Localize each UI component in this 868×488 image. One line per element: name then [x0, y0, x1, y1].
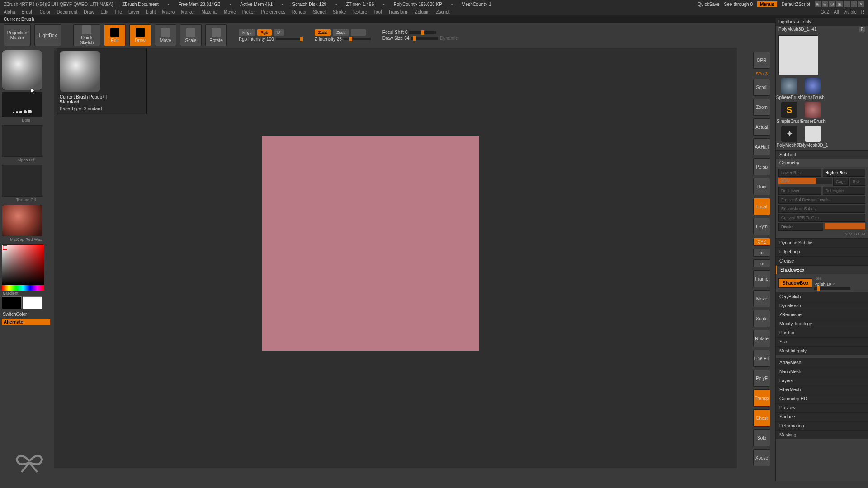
polyf-button[interactable]: PolyF: [753, 370, 770, 387]
scale-button[interactable]: Scale: [180, 24, 202, 46]
lightbox-header[interactable]: Lightbox > Tools: [776, 18, 868, 26]
res-label[interactable]: Res: [814, 276, 865, 281]
surface-section[interactable]: Surface: [776, 412, 868, 421]
menu-macro[interactable]: Macro: [162, 9, 175, 14]
xyz-button[interactable]: XYZ: [753, 238, 770, 246]
draw-size-label[interactable]: Draw Size 64: [382, 36, 409, 41]
suv-toggle[interactable]: Suv: [844, 232, 852, 236]
rgb-toggle[interactable]: Rgb: [257, 29, 272, 36]
spix-label[interactable]: SPix 3: [756, 71, 768, 76]
frame-button[interactable]: Frame: [753, 270, 770, 287]
gradient-label[interactable]: Gradient: [2, 290, 19, 296]
canvas[interactable]: [54, 48, 737, 468]
menu-zscript[interactable]: Zscript: [436, 9, 449, 14]
r-badge[interactable]: R: [859, 27, 865, 32]
arraymesh-section[interactable]: ArrayMesh: [776, 358, 868, 367]
modify-topology-section[interactable]: Modify Topology: [776, 319, 868, 328]
rstr-button[interactable]: Rstr: [850, 178, 865, 186]
local-button[interactable]: Local: [753, 198, 770, 215]
menu-texture[interactable]: Texture: [352, 9, 367, 14]
divide-slider[interactable]: [825, 223, 865, 229]
divide-button[interactable]: Divide: [778, 223, 823, 231]
menu-edit[interactable]: Edit: [101, 9, 108, 14]
dynamesh-section[interactable]: DynaMesh: [776, 301, 868, 310]
reuv-toggle[interactable]: ReUV: [854, 232, 865, 236]
lsym-button[interactable]: LSym: [753, 218, 770, 235]
menu-stroke[interactable]: Stroke: [333, 9, 346, 14]
menu-material[interactable]: Material: [202, 9, 218, 14]
draw-button[interactable]: Draw: [129, 24, 151, 46]
edgeloop-section[interactable]: EdgeLoop: [776, 247, 868, 256]
secondary-color-swatch[interactable]: [23, 296, 42, 309]
dynamic-label[interactable]: Dynamic: [440, 36, 458, 41]
menu-file[interactable]: File: [115, 9, 122, 14]
menu-draw[interactable]: Draw: [84, 9, 94, 14]
persp-button[interactable]: Persp: [753, 158, 770, 175]
goz-all[interactable]: All: [834, 9, 839, 14]
menu-tool[interactable]: Tool: [373, 9, 382, 14]
deformation-section[interactable]: Deformation: [776, 421, 868, 430]
quicksave-button[interactable]: QuickSave: [698, 2, 719, 7]
menu-light[interactable]: Light: [146, 9, 156, 14]
minimize-icon[interactable]: _: [844, 1, 850, 7]
dynamic-subdiv-section[interactable]: Dynamic Subdiv: [776, 238, 868, 247]
zsub-toggle[interactable]: Zsub: [333, 29, 349, 36]
tool-polymesh3d[interactable]: ✦PolyMesh3D: [778, 126, 800, 148]
aahalf-button[interactable]: AAHalf: [753, 138, 770, 155]
menu-transform[interactable]: Transform: [388, 9, 408, 14]
icon-a[interactable]: ⊞: [815, 1, 821, 7]
subtool-header[interactable]: SubTool: [776, 150, 868, 159]
menu-picker[interactable]: Picker: [242, 9, 255, 14]
reconstruct-button[interactable]: Reconstruct Subdiv: [778, 205, 865, 213]
menu-marker[interactable]: Marker: [181, 9, 195, 14]
nav-scale-button[interactable]: Scale: [753, 310, 770, 327]
menus-toggle[interactable]: Menus: [757, 1, 777, 7]
nanomesh-section[interactable]: NanoMesh: [776, 367, 868, 376]
bpr-button[interactable]: BPR: [753, 52, 770, 69]
claypolish-section[interactable]: ClayPolish: [776, 292, 868, 301]
menu-stencil[interactable]: Stencil: [313, 9, 326, 14]
menu-zplugin[interactable]: Zplugin: [415, 9, 430, 14]
draw-size-slider[interactable]: [411, 37, 438, 40]
layout-label[interactable]: DefaultZScript: [782, 2, 810, 7]
mirror-y-button[interactable]: ◐: [753, 249, 770, 257]
z-intensity-slider[interactable]: [344, 38, 371, 40]
focal-shift-slider[interactable]: [409, 31, 436, 34]
m-toggle[interactable]: M: [274, 29, 284, 36]
goz-button[interactable]: GoZ: [821, 9, 829, 14]
geometry-header[interactable]: Geometry: [776, 159, 868, 167]
lightbox-button[interactable]: LightBox: [34, 24, 61, 46]
menu-color[interactable]: Color: [40, 9, 51, 14]
projection-master-button[interactable]: Projection Master: [4, 24, 31, 46]
icon-d[interactable]: ▣: [836, 1, 843, 7]
texture-thumbnail[interactable]: [2, 165, 42, 197]
masking-section[interactable]: Masking: [776, 430, 868, 439]
del-lower-button[interactable]: Del Lower: [778, 187, 821, 195]
z-intensity-label[interactable]: Z Intensity 25: [315, 37, 342, 42]
switchcolor-button[interactable]: SwitchColor: [2, 311, 50, 318]
icon-b[interactable]: ⊟: [822, 1, 828, 7]
geometryhd-section[interactable]: Geometry HD: [776, 394, 868, 403]
polish-label[interactable]: Polish 10: [814, 282, 831, 286]
shadowbox-plane[interactable]: [262, 136, 479, 351]
alternate-button[interactable]: Alternate: [2, 319, 50, 325]
fibermesh-section[interactable]: FiberMesh: [776, 385, 868, 394]
crease-section[interactable]: Crease: [776, 256, 868, 265]
linefill-button[interactable]: Line Fill: [753, 350, 770, 367]
tool-simplebrush[interactable]: SSimpleBrush: [778, 102, 800, 124]
tool-alphabrush[interactable]: AlphaBrush: [802, 78, 824, 100]
menu-render[interactable]: Render: [292, 9, 307, 14]
nav-rotate-button[interactable]: Rotate: [753, 330, 770, 347]
tool-eraserbrush[interactable]: EraserBrush: [802, 102, 824, 124]
position-section[interactable]: Position: [776, 328, 868, 337]
meshintegrity-section[interactable]: MeshIntegrity: [776, 346, 868, 355]
mirror-z-button[interactable]: ◑: [753, 259, 770, 267]
scroll-button[interactable]: Scroll: [753, 79, 770, 96]
stroke-thumbnail[interactable]: [2, 92, 42, 117]
goz-visible[interactable]: Visible: [843, 9, 856, 14]
move-button[interactable]: Move: [155, 24, 176, 46]
higher-res-button[interactable]: Higher Res: [823, 169, 866, 177]
icon-c[interactable]: ⊡: [829, 1, 835, 7]
close-icon[interactable]: ×: [858, 1, 864, 7]
nav-move-button[interactable]: Move: [753, 290, 770, 307]
